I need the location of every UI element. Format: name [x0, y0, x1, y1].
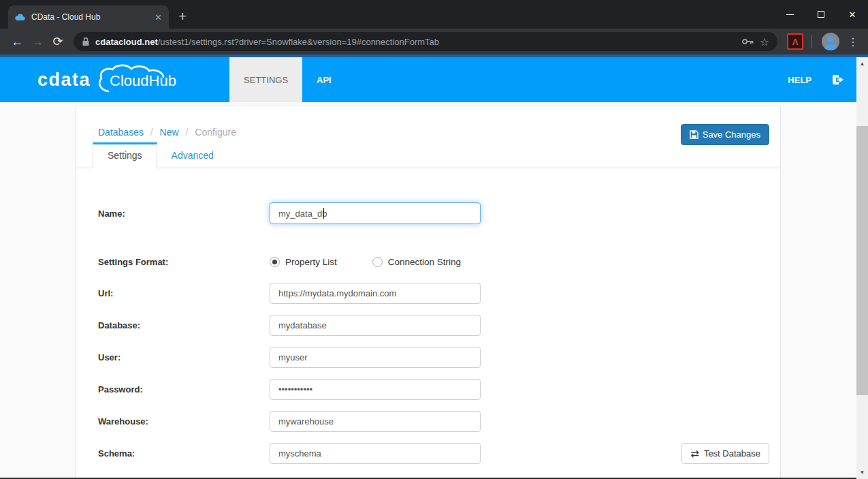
- password-row: Password:: [98, 379, 769, 400]
- scroll-down-arrow-icon[interactable]: ▼: [856, 467, 868, 478]
- url-label: Url:: [98, 288, 270, 298]
- test-database-label: Test Database: [704, 448, 760, 459]
- scrollbar-thumb[interactable]: [856, 126, 868, 395]
- url-text[interactable]: cdatacloud.net/ustest1/settings.rst?driv…: [95, 37, 737, 47]
- address-bar[interactable]: cdatacloud.net/ustest1/settings.rst?driv…: [74, 32, 777, 51]
- breadcrumb-separator: /: [150, 127, 153, 138]
- radio-property-list-label: Property List: [285, 257, 337, 267]
- exchange-arrows-icon: ⇄: [690, 448, 699, 460]
- logo-cloudhub-text: CloudHub: [110, 72, 176, 90]
- browser-menu-icon[interactable]: ⋮: [845, 35, 861, 48]
- avatar-body-shape: [824, 44, 837, 50]
- back-button[interactable]: ←: [7, 31, 27, 52]
- url-host: cdatacloud.net: [95, 37, 158, 47]
- header-right: HELP: [788, 57, 856, 102]
- schema-label: Schema:: [98, 448, 270, 459]
- test-database-button[interactable]: ⇄ Test Database: [681, 443, 769, 464]
- radio-connection-string-label: Connection String: [388, 257, 461, 267]
- browser-titlebar: CData - Cloud Hub ✕ + ✕: [0, 0, 868, 29]
- connection-form: Name: Settings Format: Property List Con…: [98, 202, 769, 464]
- tab-favicon-cloud-icon: [15, 13, 26, 21]
- tab-title: CData - Cloud Hub: [31, 12, 149, 22]
- profile-avatar[interactable]: [822, 33, 839, 50]
- settings-format-label: Settings Format:: [98, 257, 270, 267]
- url-path: /ustest1/settings.rst?driver=Snowflake&v…: [158, 37, 439, 47]
- header-tab-api[interactable]: API: [302, 57, 346, 102]
- user-label: User:: [98, 352, 270, 362]
- toolbar-separator: [811, 35, 812, 48]
- save-changes-button[interactable]: Save Changes: [681, 124, 769, 145]
- header-nav: SETTINGS API: [229, 57, 346, 102]
- scrollbar-track-upper[interactable]: ▲: [856, 57, 868, 102]
- name-row: Name:: [98, 202, 769, 224]
- logout-icon[interactable]: [832, 74, 844, 85]
- user-input[interactable]: [270, 347, 481, 368]
- card-tabs: Settings Advanced: [76, 142, 780, 168]
- logo-cloud-outline-icon: CloudHub: [95, 64, 197, 95]
- browser-tab[interactable]: CData - Cloud Hub ✕: [8, 5, 169, 29]
- tab-advanced[interactable]: Advanced: [157, 143, 228, 168]
- maximize-button[interactable]: [805, 0, 837, 29]
- radio-selected-icon: [270, 257, 280, 267]
- warehouse-input[interactable]: [270, 411, 481, 432]
- warehouse-label: Warehouse:: [98, 416, 270, 427]
- url-input[interactable]: [270, 283, 481, 304]
- window-controls: ✕: [774, 0, 868, 29]
- schema-row: Schema: ⇄ Test Database: [98, 443, 769, 464]
- schema-input[interactable]: [270, 443, 481, 464]
- breadcrumb-configure: Configure: [195, 127, 236, 138]
- database-label: Database:: [98, 320, 270, 330]
- new-tab-button[interactable]: +: [178, 10, 187, 23]
- database-row: Database:: [98, 315, 769, 336]
- name-input[interactable]: [270, 202, 481, 224]
- scroll-up-arrow-icon[interactable]: ▲: [856, 59, 868, 69]
- settings-format-radio-group: Property List Connection String: [270, 257, 461, 267]
- radio-connection-string[interactable]: Connection String: [372, 257, 461, 267]
- forward-button[interactable]: →: [27, 31, 48, 52]
- url-row: Url:: [98, 283, 769, 304]
- page-background: Databases / New / Configure Save Changes…: [0, 102, 868, 479]
- name-label: Name:: [98, 208, 270, 219]
- radio-property-list[interactable]: Property List: [270, 257, 337, 267]
- database-input[interactable]: [270, 315, 481, 336]
- adobe-extension-icon[interactable]: Λ: [787, 33, 803, 50]
- password-label: Password:: [98, 384, 270, 395]
- breadcrumb-separator: /: [186, 127, 189, 138]
- browser-toolbar: ← → ⟳ cdatacloud.net/ustest1/settings.rs…: [0, 29, 868, 55]
- avatar-head-shape: [827, 36, 834, 43]
- header-tab-settings[interactable]: SETTINGS: [229, 57, 302, 102]
- scrollbar-track[interactable]: ▼: [856, 102, 868, 479]
- breadcrumb-databases-link[interactable]: Databases: [98, 127, 144, 138]
- site-header: cdata CloudHub SETTINGS API HELP: [0, 57, 868, 102]
- minimize-icon: [786, 14, 794, 15]
- text-caret: [323, 208, 324, 219]
- help-link[interactable]: HELP: [788, 75, 811, 85]
- maximize-icon: [818, 11, 824, 18]
- bookmark-star-icon[interactable]: ☆: [760, 35, 769, 48]
- close-button[interactable]: ✕: [837, 0, 868, 29]
- minimize-button[interactable]: [774, 0, 805, 29]
- user-row: User:: [98, 347, 769, 368]
- close-icon: ✕: [849, 10, 856, 20]
- password-input[interactable]: [270, 379, 481, 400]
- radio-unselected-icon: [372, 257, 383, 267]
- logo-cdata-text: cdata: [37, 69, 91, 91]
- lock-icon: [82, 37, 90, 46]
- tab-settings[interactable]: Settings: [93, 142, 157, 168]
- save-changes-label: Save Changes: [703, 129, 760, 140]
- breadcrumb-new-link[interactable]: New: [160, 127, 179, 138]
- settings-format-row: Settings Format: Property List Connectio…: [98, 257, 769, 267]
- warehouse-row: Warehouse:: [98, 411, 769, 432]
- password-key-icon[interactable]: [742, 38, 754, 45]
- save-floppy-icon: [690, 130, 698, 139]
- reload-button[interactable]: ⟳: [48, 31, 68, 52]
- breadcrumb: Databases / New / Configure: [98, 124, 236, 138]
- cdata-cloudhub-logo[interactable]: cdata CloudHub: [37, 57, 197, 102]
- tab-close-icon[interactable]: ✕: [155, 12, 162, 22]
- settings-card: Databases / New / Configure Save Changes…: [76, 106, 781, 479]
